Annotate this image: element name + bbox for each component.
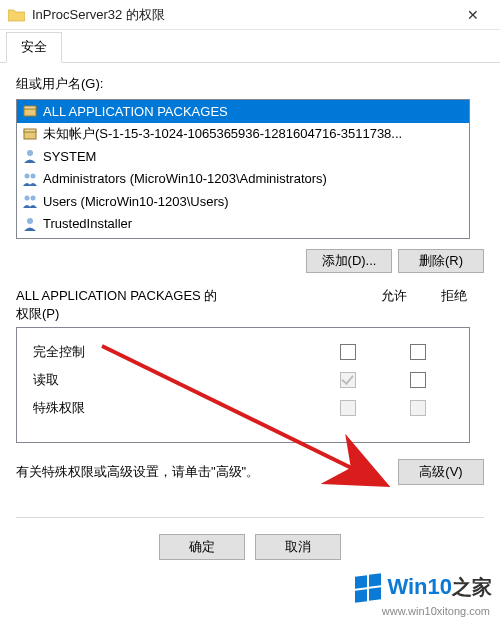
svg-point-5 bbox=[25, 173, 30, 178]
deny-checkbox bbox=[410, 400, 426, 416]
remove-button[interactable]: 删除(R) bbox=[398, 249, 484, 273]
cancel-button[interactable]: 取消 bbox=[255, 534, 341, 560]
list-item-label: SYSTEM bbox=[43, 149, 96, 164]
allow-checkbox bbox=[340, 372, 356, 388]
titlebar: InProcServer32 的权限 ✕ bbox=[0, 0, 500, 30]
permission-name: 完全控制 bbox=[33, 343, 313, 361]
list-item-label: ALL APPLICATION PACKAGES bbox=[43, 104, 228, 119]
list-item-label: Administrators (MicroWin10-1203\Administ… bbox=[43, 171, 327, 186]
list-item[interactable]: 未知帐户(S-1-15-3-1024-1065365936-1281604716… bbox=[17, 123, 469, 146]
permission-name: 读取 bbox=[33, 371, 313, 389]
user-icon bbox=[22, 148, 38, 164]
permissions-box: 完全控制读取特殊权限 bbox=[16, 327, 470, 443]
window-title: InProcServer32 的权限 bbox=[32, 6, 450, 24]
pkg-icon bbox=[22, 126, 38, 142]
pkg-icon bbox=[22, 103, 38, 119]
permission-name: 特殊权限 bbox=[33, 399, 313, 417]
advanced-button[interactable]: 高级(V) bbox=[398, 459, 484, 485]
deny-checkbox[interactable] bbox=[410, 344, 426, 360]
advanced-hint: 有关特殊权限或高级设置，请单击"高级"。 bbox=[16, 463, 398, 481]
list-item[interactable]: ALL APPLICATION PACKAGES bbox=[17, 100, 469, 123]
close-button[interactable]: ✕ bbox=[450, 0, 496, 30]
allow-checkbox[interactable] bbox=[340, 344, 356, 360]
ok-button[interactable]: 确定 bbox=[159, 534, 245, 560]
group-icon bbox=[22, 171, 38, 187]
list-item-label: Users (MicroWin10-1203\Users) bbox=[43, 194, 229, 209]
groups-listbox[interactable]: ALL APPLICATION PACKAGES未知帐户(S-1-15-3-10… bbox=[16, 99, 470, 239]
list-item[interactable]: Administrators (MicroWin10-1203\Administ… bbox=[17, 168, 469, 191]
svg-rect-3 bbox=[24, 129, 36, 132]
add-button[interactable]: 添加(D)... bbox=[306, 249, 392, 273]
folder-icon bbox=[8, 8, 25, 22]
groups-label: 组或用户名(G): bbox=[16, 75, 484, 93]
permission-row: 读取 bbox=[33, 366, 453, 394]
deny-checkbox[interactable] bbox=[410, 372, 426, 388]
svg-point-8 bbox=[31, 196, 36, 201]
svg-rect-1 bbox=[24, 106, 36, 109]
deny-column-header: 拒绝 bbox=[424, 287, 484, 323]
list-item[interactable]: SYSTEM bbox=[17, 145, 469, 168]
allow-checkbox bbox=[340, 400, 356, 416]
list-item-label: 未知帐户(S-1-15-3-1024-1065365936-1281604716… bbox=[43, 125, 402, 143]
watermark-url: www.win10xitong.com bbox=[382, 605, 490, 617]
group-icon bbox=[22, 193, 38, 209]
permission-row: 特殊权限 bbox=[33, 394, 453, 422]
svg-point-9 bbox=[27, 218, 33, 224]
tab-security[interactable]: 安全 bbox=[6, 32, 62, 63]
svg-point-4 bbox=[27, 150, 33, 156]
allow-column-header: 允许 bbox=[364, 287, 424, 323]
user-icon bbox=[22, 216, 38, 232]
watermark-logo: Win10 之家 bbox=[355, 574, 492, 601]
tab-row: 安全 bbox=[0, 30, 500, 63]
permissions-label: ALL APPLICATION PACKAGES 的 权限(P) bbox=[16, 287, 364, 323]
list-item[interactable]: TrustedInstaller bbox=[17, 213, 469, 236]
list-item-label: TrustedInstaller bbox=[43, 216, 132, 231]
list-item[interactable]: Users (MicroWin10-1203\Users) bbox=[17, 190, 469, 213]
permission-row: 完全控制 bbox=[33, 338, 453, 366]
svg-point-6 bbox=[31, 173, 36, 178]
svg-point-7 bbox=[25, 196, 30, 201]
